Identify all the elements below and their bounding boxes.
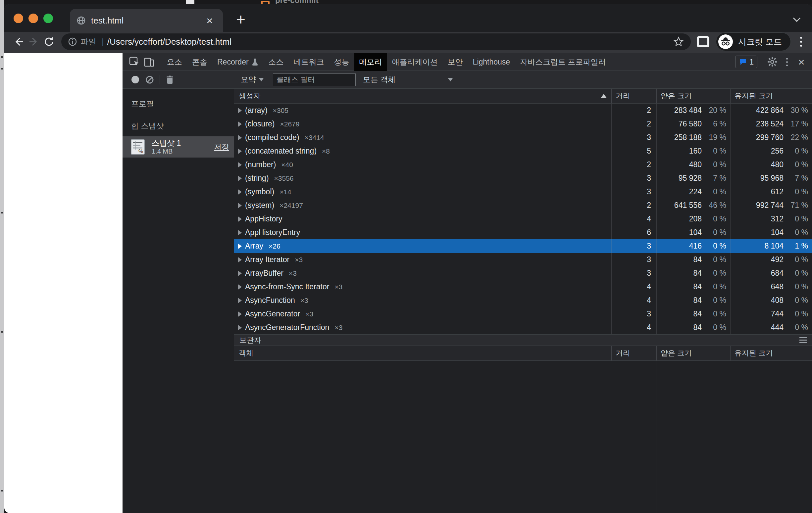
- instance-count: ×26: [268, 242, 281, 250]
- table-row[interactable]: (array) ×305 2 283 484 20 % 422 864 30 %: [234, 103, 812, 117]
- retainers-menu-icon[interactable]: [800, 337, 807, 343]
- disclosure-triangle-icon[interactable]: [238, 325, 242, 330]
- shallow-percent-cell: 0 %: [702, 255, 730, 264]
- page-info-icon[interactable]: [68, 37, 77, 46]
- column-header-distance[interactable]: 거리: [611, 346, 656, 360]
- disclosure-triangle-icon[interactable]: [238, 311, 242, 317]
- table-row[interactable]: AppHistory 4 208 0 % 312 0 %: [234, 212, 812, 226]
- retainers-body[interactable]: [234, 361, 812, 513]
- disclosure-triangle-icon[interactable]: [238, 121, 242, 127]
- tab-strip: test.html × +: [4, 4, 812, 32]
- table-row[interactable]: (closure) ×2679 2 76 580 6 % 238 524 17 …: [234, 117, 812, 131]
- minimize-window-button[interactable]: [28, 13, 38, 23]
- tab-close-icon[interactable]: ×: [203, 15, 216, 26]
- toolbar-divider: [159, 57, 159, 66]
- disclosure-triangle-icon[interactable]: [238, 149, 242, 154]
- page-viewport[interactable]: [4, 53, 122, 513]
- browser-tab[interactable]: test.html ×: [70, 9, 223, 32]
- table-row[interactable]: (number) ×40 2 480 0 % 480 0 %: [234, 158, 812, 172]
- settings-gear-icon[interactable]: [765, 55, 780, 69]
- devtools-tab-보안[interactable]: 보안: [443, 53, 468, 71]
- back-button[interactable]: [11, 34, 26, 49]
- table-row[interactable]: AsyncGeneratorFunction ×3 4 84 0 % 444 0…: [234, 321, 812, 334]
- devtools-tab-콘솔[interactable]: 콘솔: [187, 53, 212, 71]
- column-header-shallow-size[interactable]: 얕은 크기: [656, 89, 730, 103]
- devtools-tab-자바스크립트 프로파일러[interactable]: 자바스크립트 프로파일러: [515, 53, 611, 71]
- class-filter-input[interactable]: [273, 73, 356, 86]
- issues-badge[interactable]: 1: [735, 56, 757, 68]
- table-row[interactable]: (symbol) ×14 3 224 0 % 612 0 %: [234, 185, 812, 199]
- table-row[interactable]: Array Iterator ×3 3 84 0 % 492 0 %: [234, 253, 812, 266]
- devtools-tab-성능[interactable]: 성능: [329, 53, 354, 71]
- disclosure-triangle-icon[interactable]: [238, 135, 242, 140]
- device-toolbar-icon[interactable]: [142, 55, 156, 69]
- column-header-retained-size[interactable]: 유지된 크기: [730, 89, 812, 103]
- table-row[interactable]: (compiled code) ×3414 3 258 188 19 % 299…: [234, 131, 812, 144]
- devtools-menu-icon[interactable]: [780, 55, 794, 69]
- constructor-name: AppHistory: [245, 214, 282, 223]
- disclosure-triangle-icon[interactable]: [238, 216, 242, 222]
- constructor-name: (number): [245, 160, 276, 169]
- browser-menu-icon[interactable]: [796, 37, 806, 47]
- disclosure-triangle-icon[interactable]: [238, 162, 242, 168]
- snapshot-item[interactable]: % 스냅샷 1 1.4 MB 저장: [122, 137, 234, 157]
- disclosure-triangle-icon[interactable]: [238, 271, 242, 276]
- new-tab-button[interactable]: +: [231, 11, 250, 29]
- url-scheme-chip: 파일: [81, 36, 96, 47]
- devtools-tab-Lighthouse[interactable]: Lighthouse: [468, 53, 515, 71]
- devtools-tab-소스[interactable]: 소스: [264, 53, 289, 71]
- side-panel-icon[interactable]: [695, 34, 710, 49]
- table-row[interactable]: AsyncGenerator ×3 3 84 0 % 744 0 %: [234, 307, 812, 321]
- devtools-tab-네트워크[interactable]: 네트워크: [289, 53, 329, 71]
- url-text[interactable]: /Users/yceffort/Desktop/test.html: [107, 37, 673, 47]
- table-row[interactable]: Array ×26 3 416 0 % 8 104 1 %: [234, 239, 812, 253]
- table-row[interactable]: (system) ×24197 2 641 556 46 % 992 744 7…: [234, 199, 812, 212]
- devtools-tab-메모리[interactable]: 메모리: [354, 53, 387, 71]
- table-row[interactable]: AsyncFunction ×3 4 84 0 % 408 0 %: [234, 294, 812, 307]
- disclosure-triangle-icon[interactable]: [238, 203, 242, 208]
- column-header-shallow-size[interactable]: 얕은 크기: [656, 346, 730, 360]
- column-header-retained-size[interactable]: 유지된 크기: [730, 346, 812, 360]
- disclosure-triangle-icon[interactable]: [238, 108, 242, 113]
- address-bar[interactable]: 파일 | /Users/yceffort/Desktop/test.html: [61, 33, 691, 50]
- devtools-tab-요소[interactable]: 요소: [162, 53, 187, 71]
- devtools-tab-애플리케이션[interactable]: 애플리케이션: [387, 53, 443, 71]
- column-header-constructor[interactable]: 생성자: [234, 89, 611, 103]
- shallow-size-cell: 84: [657, 296, 702, 305]
- reload-button[interactable]: [41, 34, 57, 49]
- clear-profiles-icon[interactable]: [142, 72, 157, 87]
- table-row[interactable]: ArrayBuffer ×3 3 84 0 % 684 0 %: [234, 266, 812, 280]
- distance-cell: 3: [611, 131, 656, 144]
- table-row[interactable]: AppHistoryEntry 6 104 0 % 104 0 %: [234, 226, 812, 239]
- disclosure-triangle-icon[interactable]: [238, 244, 242, 249]
- devtools-tab-Recorder[interactable]: Recorder: [212, 53, 264, 71]
- table-row[interactable]: (concatenated string) ×8 5 160 0 % 256 0…: [234, 144, 812, 158]
- close-window-button[interactable]: [13, 13, 23, 23]
- table-row[interactable]: (string) ×3556 3 95 928 7 % 95 968 7 %: [234, 172, 812, 185]
- inspect-element-icon[interactable]: [127, 55, 142, 69]
- tab-search-chevron-icon[interactable]: [794, 16, 801, 22]
- disclosure-triangle-icon[interactable]: [238, 298, 242, 303]
- instance-count: ×305: [273, 107, 288, 115]
- devtools-close-icon[interactable]: ×: [794, 55, 809, 69]
- forward-button[interactable]: [26, 34, 41, 49]
- distance-cell: 3: [611, 266, 656, 280]
- record-heap-button[interactable]: [128, 72, 142, 87]
- disclosure-triangle-icon[interactable]: [238, 189, 242, 194]
- zoom-window-button[interactable]: [44, 13, 53, 23]
- shallow-size-cell: 208: [657, 214, 702, 223]
- disclosure-triangle-icon[interactable]: [238, 230, 242, 235]
- bookmark-star-icon[interactable]: [673, 36, 684, 47]
- retained-size-cell: 444: [730, 323, 784, 332]
- save-snapshot-link[interactable]: 저장: [214, 142, 229, 152]
- disclosure-triangle-icon[interactable]: [238, 257, 242, 263]
- perspective-select[interactable]: 요약: [239, 74, 265, 85]
- column-header-distance[interactable]: 거리: [611, 89, 656, 103]
- column-header-object[interactable]: 객체: [234, 346, 611, 360]
- disclosure-triangle-icon[interactable]: [238, 284, 242, 290]
- object-filter-select[interactable]: 모든 객체: [363, 74, 453, 85]
- disclosure-triangle-icon[interactable]: [238, 176, 242, 181]
- delete-profile-trash-icon[interactable]: [163, 72, 177, 87]
- table-row[interactable]: Async-from-Sync Iterator ×3 4 84 0 % 648…: [234, 280, 812, 294]
- macos-traffic-lights[interactable]: [13, 13, 53, 23]
